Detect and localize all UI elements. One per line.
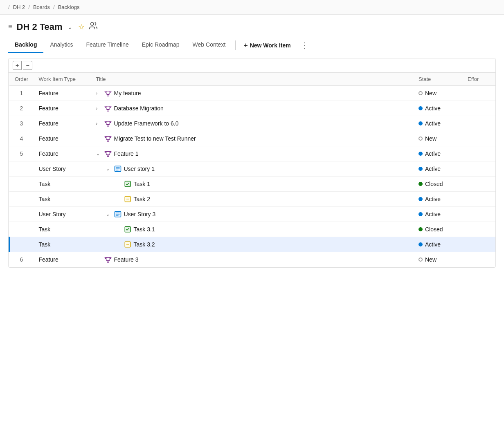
work-item-title: Feature 1 (114, 150, 139, 157)
table-header-row: Order Work Item Type Title State Effor (9, 73, 496, 86)
work-item-title: Task 1 (134, 181, 150, 187)
cell-state: Active (414, 116, 463, 131)
cell-state: Closed (414, 222, 463, 237)
cell-state: Active (414, 207, 463, 222)
cell-type: Feature (34, 146, 91, 161)
tab-backlog[interactable]: Backlog (8, 38, 43, 53)
plus-icon: + (244, 42, 248, 49)
tab-epic-roadmap[interactable]: Epic Roadmap (135, 38, 186, 53)
state-label: Active (425, 166, 441, 172)
cell-title[interactable]: › Database Migration (91, 101, 414, 116)
state-label: New (425, 135, 436, 142)
backlog-table-wrapper: + − Order Work Item Type Title State Eff… (8, 58, 496, 268)
table-row[interactable]: 5 Feature ⌄ Feature 1 Active (9, 146, 496, 161)
cell-order (9, 207, 34, 222)
cell-type: Task (34, 222, 91, 237)
new-work-item-button[interactable]: + New Work Item (239, 39, 295, 52)
cell-type: Feature (34, 116, 91, 131)
work-item-title: Task 2 (134, 196, 150, 202)
cell-state: New (414, 131, 463, 146)
state-label: Closed (425, 226, 443, 233)
state-label: Active (425, 196, 441, 202)
table-row[interactable]: Task Task 3.1 Closed (9, 222, 496, 237)
more-options-icon[interactable]: ⋮ (297, 39, 311, 52)
backlog-table: Order Work Item Type Title State Effor 1… (9, 73, 495, 267)
cell-state: Active (414, 146, 463, 161)
cell-title[interactable]: Migrate Test to new Test Runner (91, 131, 414, 146)
cell-title[interactable]: Task 3.1 (91, 222, 414, 237)
svg-point-0 (90, 22, 93, 25)
cell-effort (463, 116, 495, 131)
state-label: New (425, 90, 436, 96)
cell-order: 4 (9, 131, 34, 146)
col-header-order: Order (9, 73, 34, 86)
tab-analytics[interactable]: Analytics (43, 38, 79, 53)
table-row[interactable]: 4 Feature Migrate Test to new Test Runne… (9, 131, 496, 146)
cell-type: User Story (34, 161, 91, 177)
hamburger-icon[interactable]: ≡ (8, 22, 13, 31)
breadcrumb-sep3: / (53, 4, 55, 10)
cell-effort (463, 86, 495, 101)
cell-order: 6 (9, 252, 34, 267)
cell-state: Active (414, 161, 463, 177)
table-row[interactable]: Task Task 3.2 Active (9, 237, 496, 252)
cell-title[interactable]: › My feature (91, 86, 414, 101)
breadcrumb: / DH 2 / Boards / Backlogs (0, 0, 504, 15)
table-row[interactable]: Task Task 2 Active (9, 192, 496, 207)
work-item-title: My feature (114, 90, 141, 96)
cell-order: 3 (9, 116, 34, 131)
cell-type: Feature (34, 252, 91, 267)
chevron-down-icon[interactable]: ⌄ (68, 24, 72, 30)
work-item-title: User story 1 (124, 166, 155, 172)
table-row[interactable]: User Story ⌄ User story 1 Active (9, 161, 496, 177)
table-row[interactable]: Task Task 1 Closed (9, 177, 496, 192)
header-top: ≡ DH 2 Team ⌄ ☆ (8, 21, 496, 32)
breadcrumb-backlogs[interactable]: Backlogs (58, 4, 80, 10)
cell-title[interactable]: ⌄ User story 1 (91, 161, 414, 177)
cell-order: 5 (9, 146, 34, 161)
tab-feature-timeline[interactable]: Feature Timeline (80, 38, 135, 53)
breadcrumb-sep2: / (28, 4, 30, 10)
breadcrumb-sep: / (8, 4, 10, 10)
breadcrumb-dh2[interactable]: DH 2 (13, 4, 25, 10)
state-label: New (425, 256, 436, 263)
cell-effort (463, 222, 495, 237)
collapse-all-button[interactable]: − (23, 61, 32, 70)
cell-effort (463, 192, 495, 207)
table-row[interactable]: 3 Feature › Update Framework to 6.0 Acti… (9, 116, 496, 131)
col-header-state: State (414, 73, 463, 86)
cell-title[interactable]: ⌄ User Story 3 (91, 207, 414, 222)
cell-state: Active (414, 237, 463, 252)
cell-effort (463, 146, 495, 161)
star-icon[interactable]: ☆ (78, 22, 85, 31)
col-header-title: Title (91, 73, 414, 86)
cell-type: Task (34, 177, 91, 192)
cell-effort (463, 252, 495, 267)
table-toolbar: + − (9, 58, 495, 73)
cell-type: Feature (34, 131, 91, 146)
cell-title[interactable]: Task 3.2 (91, 237, 414, 252)
expand-all-button[interactable]: + (13, 61, 22, 70)
cell-title[interactable]: Feature 3 (91, 252, 414, 267)
state-label: Active (425, 211, 441, 217)
team-title[interactable]: DH 2 Team (17, 22, 63, 32)
table-row[interactable]: 1 Feature › My feature New (9, 86, 496, 101)
table-row[interactable]: 6 Feature Feature 3 New (9, 252, 496, 267)
people-icon[interactable] (89, 21, 98, 32)
cell-order (9, 237, 34, 252)
cell-title[interactable]: Task 1 (91, 177, 414, 192)
cell-type: Task (34, 192, 91, 207)
state-label: Active (425, 120, 441, 127)
tab-web-context[interactable]: Web Context (186, 38, 232, 53)
cell-title[interactable]: ⌄ Feature 1 (91, 146, 414, 161)
cell-order: 2 (9, 101, 34, 116)
table-row[interactable]: 2 Feature › Database Migration Active (9, 101, 496, 116)
breadcrumb-boards[interactable]: Boards (33, 4, 50, 10)
table-row[interactable]: User Story ⌄ User Story 3 Active (9, 207, 496, 222)
cell-title[interactable]: › Update Framework to 6.0 (91, 116, 414, 131)
cell-state: New (414, 252, 463, 267)
cell-state: New (414, 86, 463, 101)
cell-title[interactable]: Task 2 (91, 192, 414, 207)
tabs-bar: Backlog Analytics Feature Timeline Epic … (8, 38, 496, 53)
cell-effort (463, 131, 495, 146)
